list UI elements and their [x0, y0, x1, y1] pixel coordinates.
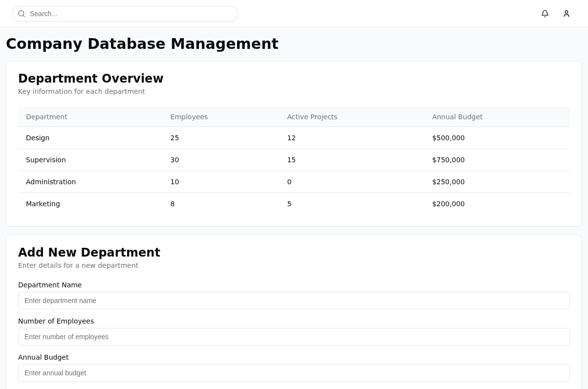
cell-budget: $750,000: [424, 149, 570, 171]
card-description: Key information for each department: [18, 87, 570, 95]
add-department-card: Add New Department Enter details for a n…: [6, 235, 582, 389]
cell-budget: $500,000: [424, 127, 570, 149]
form-group-employees: Number of Employees: [18, 317, 570, 346]
table-row: Marketing85$200,000: [18, 193, 570, 215]
search-wrapper: [12, 6, 239, 22]
cell-employees: 25: [163, 127, 280, 149]
header-actions: [535, 4, 576, 23]
search-input[interactable]: [12, 6, 239, 22]
departments-table: Department Employees Active Projects Ann…: [18, 107, 570, 215]
label-budget: Annual Budget: [18, 353, 570, 361]
add-department-form: Department Name Number of Employees Annu…: [18, 281, 570, 389]
cell-projects: 15: [279, 149, 424, 171]
card-description: Enter details for a new department: [18, 261, 570, 269]
cell-projects: 12: [279, 127, 424, 149]
table-row: Design2512$500,000: [18, 127, 570, 149]
app-header: [0, 0, 588, 27]
col-budget: Annual Budget: [424, 107, 570, 127]
table-row: Administration100$250,000: [18, 171, 570, 193]
bell-icon: [541, 10, 549, 18]
svg-point-1: [565, 11, 567, 13]
card-content: Department Employees Active Projects Ann…: [6, 95, 582, 226]
col-department: Department: [18, 107, 163, 127]
department-overview-card: Department Overview Key information for …: [6, 61, 582, 227]
main-content: Company Database Management Department O…: [0, 27, 588, 389]
card-title: Add New Department: [18, 247, 570, 259]
input-employees[interactable]: [18, 328, 570, 346]
cell-department: Administration: [18, 171, 163, 193]
col-employees: Employees: [163, 107, 280, 127]
cell-department: Supervision: [18, 149, 163, 171]
label-employees: Number of Employees: [18, 317, 570, 325]
card-header: Add New Department Enter details for a n…: [6, 235, 582, 269]
page-title: Company Database Management: [6, 35, 582, 53]
cell-employees: 30: [163, 149, 280, 171]
cell-projects: 0: [279, 171, 424, 193]
cell-department: Marketing: [18, 193, 163, 215]
col-projects: Active Projects: [279, 107, 424, 127]
cell-budget: $200,000: [424, 193, 570, 215]
form-group-budget: Annual Budget: [18, 353, 570, 382]
cell-employees: 10: [163, 171, 280, 193]
card-header: Department Overview Key information for …: [6, 61, 582, 95]
user-icon: [563, 10, 570, 18]
table-row: Supervision3015$750,000: [18, 149, 570, 171]
label-department-name: Department Name: [18, 281, 570, 289]
input-budget[interactable]: [18, 364, 570, 382]
cell-budget: $250,000: [424, 171, 570, 193]
card-content: Department Name Number of Employees Annu…: [6, 269, 582, 389]
input-department-name[interactable]: [18, 292, 570, 309]
user-menu-button[interactable]: [557, 4, 576, 23]
notifications-button[interactable]: [535, 4, 555, 23]
card-title: Department Overview: [18, 73, 570, 85]
cell-projects: 5: [279, 193, 424, 215]
cell-employees: 8: [163, 193, 280, 215]
table-header-row: Department Employees Active Projects Ann…: [18, 107, 570, 127]
form-group-name: Department Name: [18, 281, 570, 309]
cell-department: Design: [18, 127, 163, 149]
